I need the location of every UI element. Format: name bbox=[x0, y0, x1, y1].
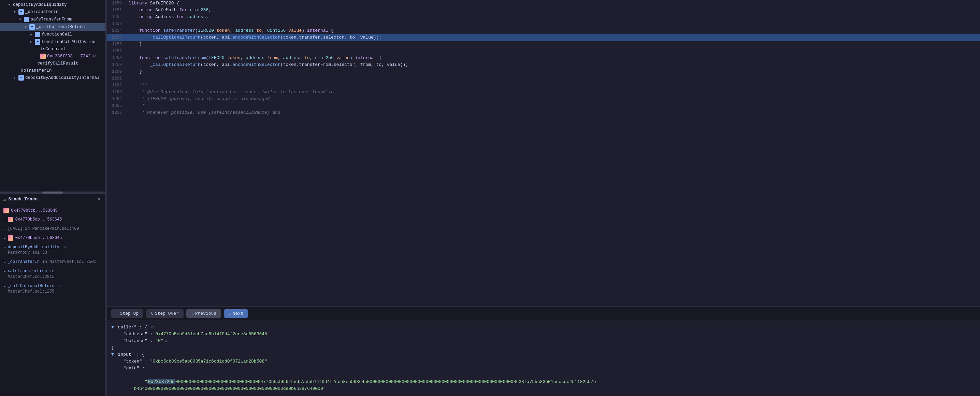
line-number: 1265 bbox=[107, 102, 126, 109]
tree-label: _callOptionalReturn bbox=[36, 25, 85, 29]
json-data-line: "data" : bbox=[111, 365, 976, 372]
tree-item-functionCallWithValue[interactable]: ▶ − functionCallWithValue bbox=[0, 38, 105, 46]
tree-addr-label: 0xa386f308...73421d bbox=[47, 54, 96, 59]
step-up-button[interactable]: ↑ Step Up bbox=[111, 309, 143, 318]
stack-entry-6[interactable]: ↳ _doTransferIn in MasterChef.sol:2501 bbox=[0, 257, 105, 267]
tree-label: isContract bbox=[40, 47, 66, 51]
stack-entry-arrow: ↳ bbox=[3, 226, 6, 232]
json-expand-arrow[interactable]: ▼ bbox=[111, 324, 114, 331]
json-address-line: "address" : 0x4770b5cb9d51ecb7ad5b14f0d4… bbox=[111, 331, 976, 338]
line-content: _callOptionalReturn(token, abi.encodeWit… bbox=[126, 61, 980, 68]
stack-trace-label: Stack Trace bbox=[8, 196, 38, 202]
tree-arrow: ▼ bbox=[8, 3, 13, 7]
step-over-button[interactable]: ↳ Step Over bbox=[146, 309, 184, 318]
line-content: * @dev Deprecated. This function has iss… bbox=[126, 89, 980, 96]
json-balance-line: "balance" : "0" ⧉ bbox=[111, 338, 976, 345]
tree-item-doTransferIn-1[interactable]: ▼ − _doTransferIn bbox=[0, 8, 105, 16]
stack-entry-2[interactable]: ↳ 0x4770b5cb...563645 bbox=[0, 215, 105, 224]
right-panel: 1250 library SafeERC20 { 1251 using Safe… bbox=[107, 0, 980, 396]
left-panel: ▼ depositByAddLiquidity ▼ − _doTransferI… bbox=[0, 0, 106, 396]
stack-entry-5[interactable]: ↳ depositByAddLiquidity in ParaProxy.sol… bbox=[0, 243, 105, 258]
next-icon: ↓ bbox=[229, 312, 231, 316]
code-editor[interactable]: 1250 library SafeERC20 { 1251 using Safe… bbox=[107, 0, 980, 306]
contract-icon bbox=[3, 208, 9, 213]
json-caller-close: } bbox=[111, 345, 976, 351]
json-caller-line: ▼ "caller" : { ⧉ bbox=[111, 324, 976, 331]
tree-item-contract-addr[interactable]: ▶ 0xa386f308...73421d bbox=[0, 53, 105, 60]
code-line-1253: 1253 bbox=[107, 21, 980, 27]
line-number: 1264 bbox=[107, 96, 126, 102]
tree-item-callOptionalReturn[interactable]: ▼ − _callOptionalReturn bbox=[0, 23, 105, 31]
line-number: 1255 bbox=[107, 34, 126, 41]
json-key: "input" bbox=[115, 351, 134, 358]
step-over-icon: ↳ bbox=[151, 311, 153, 316]
line-content bbox=[126, 48, 980, 54]
stack-entry-arrow: ↳ bbox=[3, 236, 6, 241]
code-line-1262: 1262 /** bbox=[107, 82, 980, 89]
tree-label: functionCallWithValue bbox=[41, 40, 95, 45]
tree-label: depositByAddLiquidityInternal bbox=[25, 75, 100, 80]
code-line-1266: 1266 * Whenever possible, use {safeIncre… bbox=[107, 109, 980, 116]
line-number: 1259 bbox=[107, 61, 126, 68]
tree-label: _doTransferIn bbox=[25, 10, 59, 14]
stack-entry-arrow: ↳ bbox=[3, 259, 6, 265]
stack-entry-3[interactable]: ↳ [CALL] in PancakePair.sol:469 bbox=[0, 224, 105, 233]
stack-entries: 0x4770b5cb...563645 ↳ 0x4770b5cb...56364… bbox=[0, 205, 105, 396]
previous-button[interactable]: ↑ Previous bbox=[186, 309, 221, 318]
line-content: function safeTransfer(IERC20 token, addr… bbox=[126, 27, 980, 34]
code-line-1263: 1263 * @dev Deprecated. This function ha… bbox=[107, 89, 980, 96]
json-colon: : { bbox=[137, 324, 150, 331]
next-button[interactable]: ↓ Next bbox=[224, 309, 248, 318]
selected-hex: 0x23b872dd bbox=[147, 379, 175, 385]
code-line-1255: 1255 _callOptionalReturn(token, abi.enco… bbox=[107, 34, 980, 41]
tree-item-doTransferIn-2[interactable]: + _doTransferIn bbox=[0, 67, 105, 74]
line-number: 1256 bbox=[107, 41, 126, 48]
contract-icon bbox=[8, 235, 13, 241]
json-colon: : bbox=[142, 358, 150, 365]
tree-item-functionCall[interactable]: ▶ − functionCall bbox=[0, 31, 105, 38]
tree-item-depositByAddLiquidity[interactable]: ▼ depositByAddLiquidity bbox=[0, 2, 105, 8]
stack-entry-arrow: ↳ bbox=[3, 269, 6, 274]
tree-arrow: ▶ bbox=[30, 32, 35, 37]
json-key: "balance" bbox=[118, 338, 147, 345]
code-line-1265: 1265 * bbox=[107, 102, 980, 109]
json-token-line: "token" : "0xbc5db89ce5ab8035a71c6cd1cd0… bbox=[111, 358, 976, 365]
tree-item-verifyCallResult[interactable]: ▶ _verifyCallResult bbox=[0, 60, 105, 67]
stack-entry-8[interactable]: ↳ _callOptionalReturn in MasterChef.sol:… bbox=[0, 282, 105, 297]
toolbar: ↑ Step Up ↳ Step Over ↑ Previous ↓ Next bbox=[107, 306, 980, 321]
code-line-1251: 1251 using SafeMath for uint256; bbox=[107, 7, 980, 14]
tree-item-safeTransferFrom[interactable]: ▼ − safeTransferFrom bbox=[0, 16, 105, 23]
stack-trace-close-button[interactable]: × bbox=[96, 196, 102, 203]
json-expand-arrow[interactable]: ▼ bbox=[111, 351, 114, 358]
tree-item-isContract[interactable]: ▶ isContract bbox=[0, 46, 105, 53]
line-content: library SafeERC20 { bbox=[126, 0, 980, 7]
code-line-1259: 1259 _callOptionalReturn(token, abi.enco… bbox=[107, 61, 980, 68]
stack-entry-4[interactable]: ↳ 0x4770b5cb...563645 bbox=[0, 233, 105, 243]
code-line-1258: 1258 function safeTransferFrom(IERC20 to… bbox=[107, 54, 980, 61]
line-content: } bbox=[126, 41, 980, 48]
copy-icon[interactable]: ⧉ bbox=[165, 338, 167, 345]
stack-entry-func: _callOptionalReturn in MasterChef.sol:12… bbox=[8, 283, 102, 295]
stack-entry-func: safeTransferFrom in MasterChef.sol:2815 bbox=[8, 268, 102, 280]
stack-entry-call: [CALL] in PancakePair.sol:469 bbox=[8, 226, 102, 232]
tree-arrow: ▶ bbox=[14, 76, 18, 80]
line-content: } bbox=[126, 68, 980, 75]
stack-entry-1[interactable]: 0x4770b5cb...563645 bbox=[0, 206, 105, 216]
stack-entry-7[interactable]: ↳ safeTransferFrom in MasterChef.sol:281… bbox=[0, 267, 105, 282]
json-key: "address" bbox=[118, 331, 147, 338]
tree-item-depositByAddLiquidityInternal[interactable]: ▶ − depositByAddLiquidityInternal bbox=[0, 74, 105, 81]
copy-icon[interactable]: ⧉ bbox=[151, 324, 154, 331]
previous-label: Previous bbox=[195, 311, 216, 316]
json-colon: : bbox=[139, 365, 147, 372]
code-line-1260: 1260 } bbox=[107, 68, 980, 75]
line-number: 1253 bbox=[107, 21, 126, 27]
json-value: "0xbc5db89ce5ab8035a71c6cd1cd0f0721ad28b… bbox=[150, 358, 267, 365]
blue-icon: − bbox=[24, 17, 29, 22]
line-number: 1250 bbox=[107, 0, 126, 7]
line-content: * Whenever possible, use {safeIncreaseAl… bbox=[126, 109, 980, 116]
line-content: function safeTransferFrom(IERC20 token, … bbox=[126, 54, 980, 61]
stack-entry-func: _doTransferIn in MasterChef.sol:2501 bbox=[8, 259, 102, 265]
line-number: 1251 bbox=[107, 7, 126, 14]
tree-label: safeTransferFrom bbox=[31, 17, 72, 22]
variables-panel[interactable]: ▼ "caller" : { ⧉ "address" : 0x4770b5cb9… bbox=[107, 321, 980, 396]
